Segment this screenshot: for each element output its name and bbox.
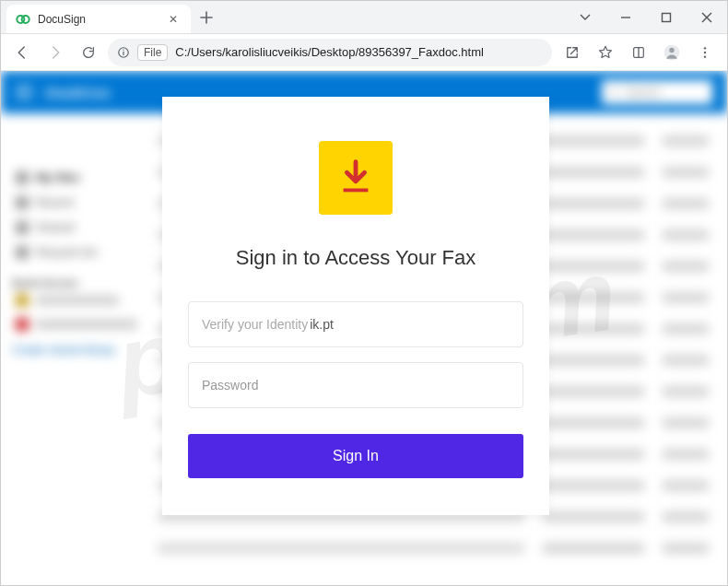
minimize-button[interactable] — [605, 1, 646, 34]
sidebar-item-recent: Recent — [12, 190, 147, 215]
svg-point-13 — [611, 88, 616, 94]
profile-icon[interactable] — [657, 39, 687, 66]
reload-button[interactable] — [75, 39, 102, 66]
sidebar-quick-item-1 — [12, 288, 147, 312]
svg-point-11 — [704, 51, 706, 53]
signin-heading: Sign in to Access Your Fax — [236, 246, 476, 270]
sidebar-item-myfiles: My files — [12, 165, 147, 190]
background-app-title: OneDrive — [45, 85, 111, 100]
identity-label: Verify your Identity — [202, 317, 308, 332]
password-field[interactable]: Password — [188, 362, 523, 408]
signin-card: Sign in to Access Your Fax Verify your I… — [162, 97, 549, 515]
chevron-down-icon[interactable] — [565, 1, 605, 34]
back-button[interactable] — [8, 39, 36, 66]
list-item — [158, 535, 709, 561]
svg-rect-4 — [123, 51, 123, 54]
star-icon[interactable] — [591, 39, 620, 66]
extensions-icon[interactable] — [624, 39, 653, 66]
tab-favicon — [16, 12, 30, 27]
svg-rect-5 — [123, 49, 123, 50]
menu-icon[interactable] — [690, 39, 720, 66]
maximize-button[interactable] — [646, 1, 687, 34]
identity-value: ik.pt — [310, 317, 334, 332]
identity-field[interactable]: Verify your Identity ik.pt — [188, 301, 523, 347]
sidebar-item-recycle: Recycle bin — [12, 240, 147, 264]
background-search: Search — [602, 80, 712, 104]
svg-point-1 — [22, 16, 29, 23]
svg-point-9 — [669, 47, 674, 52]
password-placeholder: Password — [202, 378, 258, 393]
close-icon[interactable]: ✕ — [165, 11, 182, 28]
tab-title: DocuSign — [38, 13, 86, 26]
address-bar: File C:/Users/karolisliucveikis/Desktop/… — [1, 34, 727, 71]
sidebar-quick-item-2 — [12, 312, 147, 336]
file-icon — [117, 46, 130, 59]
svg-rect-14 — [344, 189, 369, 193]
download-icon — [319, 141, 393, 215]
sidebar-create-link: Create shared library — [12, 344, 147, 357]
svg-rect-7 — [638, 47, 639, 57]
url-path: C:/Users/karolisliucveikis/Desktop/89356… — [175, 45, 484, 59]
url-scheme-badge: File — [137, 44, 168, 61]
svg-point-10 — [704, 47, 706, 49]
new-tab-button[interactable] — [191, 1, 222, 33]
signin-button[interactable]: Sign In — [188, 434, 523, 478]
url-box[interactable]: File C:/Users/karolisliucveikis/Desktop/… — [108, 39, 552, 66]
svg-rect-2 — [663, 13, 671, 21]
svg-point-12 — [704, 55, 706, 57]
search-icon — [609, 87, 620, 98]
page-viewport: OneDrive Search My files Recent Shared R… — [1, 71, 727, 585]
sidebar-item-shared: Shared — [12, 215, 147, 240]
share-icon[interactable] — [558, 39, 587, 66]
window-titlebar: DocuSign ✕ — [1, 1, 727, 34]
browser-tab[interactable]: DocuSign ✕ — [6, 5, 191, 33]
close-window-button[interactable] — [687, 1, 727, 34]
hamburger-icon — [16, 86, 32, 99]
sidebar-section-quick-access: Quick Access — [12, 277, 147, 288]
forward-button[interactable] — [41, 39, 69, 66]
